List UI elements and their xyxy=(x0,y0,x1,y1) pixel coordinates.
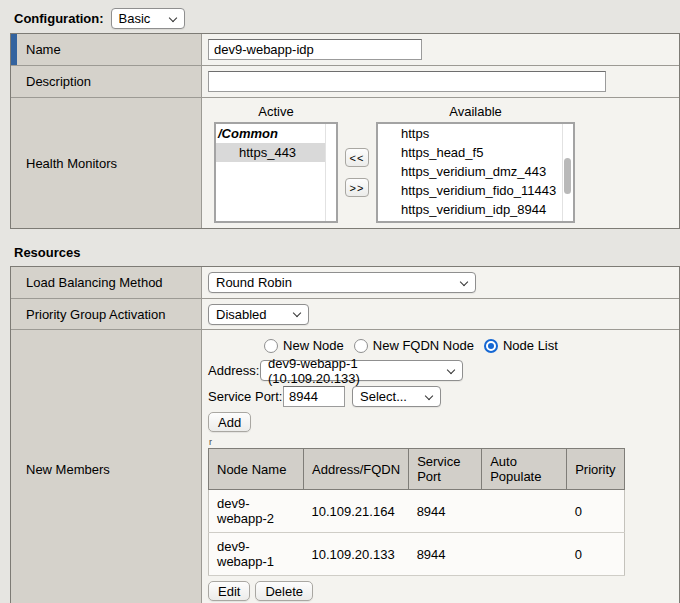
priority-group-select-value: Disabled xyxy=(216,307,267,322)
available-list-scrollbar[interactable] xyxy=(562,124,573,221)
active-monitor-item[interactable]: https_443 xyxy=(216,143,325,162)
radio-option-new-fqdn-node[interactable]: New FQDN Node xyxy=(354,338,474,353)
radio-label: New FQDN Node xyxy=(373,338,474,353)
active-list-header: Active xyxy=(214,104,338,119)
configuration-select-value: Basic xyxy=(119,11,151,26)
health-monitors-lists: /Common https_443 << >> https https_head… xyxy=(208,122,679,223)
active-list-scrollbar[interactable] xyxy=(325,124,336,221)
health-monitors-label: Health Monitors xyxy=(26,156,117,171)
radio-icon[interactable] xyxy=(264,339,278,353)
priority-group-label: Priority Group Activation xyxy=(26,307,165,322)
configuration-label: Configuration: xyxy=(14,11,104,26)
priority-group-value-cell: Disabled xyxy=(202,299,679,329)
configuration-bar: Configuration: Basic xyxy=(0,0,680,33)
new-members-value-cell: New Node New FQDN Node Node List Address… xyxy=(202,330,679,603)
chevron-down-icon xyxy=(425,391,433,399)
address-label: Address: xyxy=(208,363,260,378)
name-value-cell xyxy=(202,34,679,65)
health-monitors-value-cell: Active Available /Common https_443 << >>… xyxy=(202,98,679,228)
load-balancing-label-cell: Load Balancing Method xyxy=(11,267,202,298)
radio-label: Node List xyxy=(503,338,558,353)
load-balancing-label: Load Balancing Method xyxy=(26,275,163,290)
header-auto-populate: Auto Populate xyxy=(482,449,567,490)
member-row[interactable]: dev9-webapp-1 10.109.20.133 8944 0 xyxy=(209,533,625,576)
spacer xyxy=(338,104,376,119)
name-label-cell: Name xyxy=(11,34,202,65)
name-input[interactable] xyxy=(208,39,422,60)
cell-node-name: dev9-webapp-2 xyxy=(209,490,304,533)
header-priority: Priority xyxy=(567,449,624,490)
new-members-label-cell: New Members xyxy=(11,330,202,603)
port-preset-select-value: Select... xyxy=(360,389,407,404)
node-type-radio-group: New Node New FQDN Node Node List xyxy=(208,338,614,353)
available-monitor-item[interactable]: https xyxy=(378,124,562,143)
address-line: Address: dev9-webapp-1 (10.109.20.133) xyxy=(208,360,679,381)
scrollbar-thumb[interactable] xyxy=(564,158,571,194)
load-balancing-select[interactable]: Round Robin xyxy=(208,272,476,293)
monitor-move-buttons: << >> xyxy=(338,122,376,223)
chevron-down-icon xyxy=(293,309,301,317)
cell-auto-populate xyxy=(482,490,567,533)
radio-selected-icon[interactable] xyxy=(484,339,498,353)
members-table: Node Name Address/FQDN Service Port Auto… xyxy=(208,448,625,576)
description-row: Description xyxy=(11,66,679,98)
chevron-down-icon xyxy=(460,277,468,285)
delete-button[interactable]: Delete xyxy=(255,581,313,601)
cell-priority: 0 xyxy=(567,490,624,533)
edit-button[interactable]: Edit xyxy=(208,581,250,601)
active-partition-label: /Common xyxy=(216,124,336,143)
member-actions: Edit Delete xyxy=(208,581,679,601)
available-monitor-item[interactable]: https_head_f5 xyxy=(378,143,562,162)
priority-group-select[interactable]: Disabled xyxy=(208,304,309,325)
header-node-name: Node Name xyxy=(209,449,304,490)
active-monitors-listbox[interactable]: /Common https_443 xyxy=(214,122,338,223)
port-preset-select[interactable]: Select... xyxy=(352,386,441,407)
service-port-label: Service Port: xyxy=(208,389,283,404)
radio-icon[interactable] xyxy=(354,339,368,353)
new-members-row: New Members New Node New FQDN Node Node … xyxy=(11,330,679,603)
description-value-cell xyxy=(202,66,679,97)
health-monitors-label-cell: Health Monitors xyxy=(11,98,202,228)
configuration-table: Name Description Health Monitors Active … xyxy=(10,33,680,229)
chevron-down-icon xyxy=(447,365,455,373)
chevron-down-icon xyxy=(168,13,176,21)
available-list-header: Available xyxy=(376,104,575,119)
health-monitors-headers: Active Available xyxy=(208,104,679,119)
resources-section-title: Resources xyxy=(14,245,680,260)
header-address-fqdn: Address/FQDN xyxy=(304,449,409,490)
configuration-select[interactable]: Basic xyxy=(111,8,185,29)
radio-option-new-node[interactable]: New Node xyxy=(264,338,344,353)
address-select-value: dev9-webapp-1 (10.109.20.133) xyxy=(268,356,439,386)
priority-group-label-cell: Priority Group Activation xyxy=(11,299,202,329)
move-to-active-button[interactable]: << xyxy=(345,148,369,167)
available-monitor-item[interactable]: https_veridium_dmz_443 xyxy=(378,162,562,181)
radio-option-node-list[interactable]: Node List xyxy=(484,338,558,353)
members-header-row: Node Name Address/FQDN Service Port Auto… xyxy=(209,449,625,490)
name-row: Name xyxy=(11,34,679,66)
resources-table: Load Balancing Method Round Robin Priori… xyxy=(10,266,680,603)
service-port-line: Service Port: Select... xyxy=(208,386,679,407)
move-to-available-button[interactable]: >> xyxy=(345,178,369,197)
description-label: Description xyxy=(26,74,91,89)
cell-service-port: 8944 xyxy=(409,490,482,533)
member-row[interactable]: dev9-webapp-2 10.109.21.164 8944 0 xyxy=(209,490,625,533)
new-members-label: New Members xyxy=(26,462,110,477)
description-input[interactable] xyxy=(208,71,606,92)
cell-node-name: dev9-webapp-1 xyxy=(209,533,304,576)
service-port-input[interactable] xyxy=(283,386,345,407)
cell-auto-populate xyxy=(482,533,567,576)
cell-service-port: 8944 xyxy=(409,533,482,576)
stray-text: r xyxy=(209,437,679,447)
available-monitor-item[interactable]: https_veridium_idp_8944 xyxy=(378,200,562,219)
name-label: Name xyxy=(26,42,61,57)
cell-address: 10.109.20.133 xyxy=(304,533,409,576)
add-button[interactable]: Add xyxy=(208,412,251,432)
priority-group-row: Priority Group Activation Disabled xyxy=(11,299,679,330)
cell-priority: 0 xyxy=(567,533,624,576)
available-monitor-item[interactable]: https_veridium_fido_11443 xyxy=(378,181,562,200)
radio-label: New Node xyxy=(283,338,344,353)
load-balancing-row: Load Balancing Method Round Robin xyxy=(11,267,679,299)
address-select[interactable]: dev9-webapp-1 (10.109.20.133) xyxy=(260,360,463,381)
available-monitors-listbox[interactable]: https https_head_f5 https_veridium_dmz_4… xyxy=(376,122,575,223)
health-monitors-row: Health Monitors Active Available /Common… xyxy=(11,98,679,228)
